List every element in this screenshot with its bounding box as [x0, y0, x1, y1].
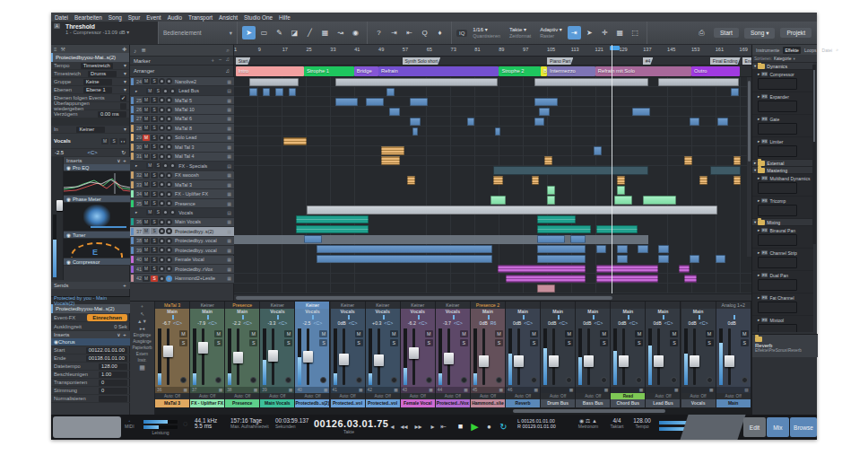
mixer-strip-presence[interactable]: PresenceMain-2.2<C>MS38▦Auto: OffPresenc… — [225, 302, 260, 408]
track-row[interactable]: 31MSMal Tal 4▦ — [130, 153, 234, 162]
strip-input-label[interactable] — [646, 302, 680, 309]
solo-button[interactable]: S — [151, 153, 158, 160]
solo-button[interactable]: S — [151, 116, 158, 122]
pin-icon[interactable]: ✚ — [122, 46, 126, 52]
folder-arrow-icon[interactable]: ▸ — [135, 89, 137, 93]
browser-fx-gate[interactable]: ▸FXGate — [752, 115, 813, 137]
record-arm-icon[interactable] — [166, 107, 172, 113]
grid-tool-icon[interactable]: ▦ — [318, 26, 332, 39]
track-row[interactable]: 32MSFX swoosh▦ — [130, 171, 234, 180]
audio-clip[interactable] — [594, 146, 602, 154]
bend-tool-icon[interactable]: ↝ — [334, 26, 347, 39]
strip-output-label[interactable]: Main — [681, 309, 716, 315]
macro-value[interactable]: -13.09 dB — [103, 30, 126, 35]
input-row[interactable]: InKeiner▾ — [51, 126, 129, 134]
pan-readout[interactable]: <C> — [559, 320, 568, 326]
mute-button[interactable]: M — [530, 330, 538, 337]
audio-clip[interactable] — [617, 176, 625, 184]
track-row[interactable]: 42MSHammond2+Leslie▦ — [130, 274, 234, 283]
forward-button[interactable]: ▸▸ — [412, 421, 424, 433]
automation-mode[interactable]: Auto: Off — [401, 393, 435, 399]
solo-button[interactable]: S — [151, 266, 158, 272]
strip-output-label[interactable]: Main — [155, 309, 189, 315]
audio-clip[interactable] — [617, 245, 628, 253]
event-field-transponieren[interactable]: Transponieren0 — [51, 379, 130, 387]
audio-clip[interactable] — [539, 108, 550, 116]
record-arm-icon[interactable] — [166, 238, 172, 244]
record-arm-icon[interactable] — [166, 144, 172, 150]
audio-clip[interactable] — [638, 245, 648, 253]
strip-name-tag[interactable]: Main Vocals — [260, 399, 294, 407]
monitor-icon[interactable] — [159, 116, 165, 122]
mute-button[interactable]: M — [143, 144, 150, 150]
track-row[interactable]: 37MSProtectedbyy..s(2)▦ — [130, 227, 234, 236]
mute-button[interactable]: M — [143, 238, 150, 244]
solo-button[interactable]: S — [706, 339, 714, 346]
quantize-icon[interactable]: Q — [418, 26, 431, 39]
monitor-icon[interactable] — [159, 266, 165, 272]
fader-handle[interactable] — [56, 200, 63, 211]
audio-clip[interactable] — [658, 78, 738, 86]
mixer-strip-bass-bus[interactable]: Main0dB<C>MS▦Auto: OffBass Bus — [576, 302, 611, 408]
track-name[interactable]: MaTal 5 — [173, 98, 224, 103]
automation-mode[interactable]: Auto: Off — [506, 393, 540, 399]
mute-button[interactable]: M — [355, 330, 363, 337]
pan-readout[interactable]: <C> — [419, 320, 428, 326]
mixer-strip-fx-uplifter-fx[interactable]: KeinerMain-7.9<C>MS37▦Auto: OffFX - Upli… — [190, 302, 225, 408]
record-arm-icon[interactable] — [166, 78, 172, 84]
monitor-knob[interactable] — [320, 377, 326, 383]
field-value[interactable]: 1.00 — [99, 372, 127, 378]
track-row[interactable]: 35MSPresence▦ — [130, 199, 234, 208]
track-row[interactable]: 34MSFX - Uplifter FX▦ — [130, 189, 234, 198]
mute-button[interactable]: M — [390, 330, 398, 337]
record-arm-icon[interactable] — [166, 200, 172, 206]
arranger-section[interactable]: Intro — [236, 66, 304, 76]
monitor-icon[interactable] — [162, 88, 169, 94]
event-field-beschleunigen[interactable]: Beschleunigen1.00 — [51, 371, 130, 379]
automation-mode[interactable]: Auto: Off — [331, 393, 365, 399]
browser-folder-dynamics[interactable]: ▾Dynamics — [752, 63, 813, 70]
automation-mode[interactable]: Auto: Off — [576, 393, 610, 399]
delay-row[interactable]: Verzögern0.00 ms — [51, 110, 129, 118]
remove-marker-icon[interactable]: − — [219, 57, 222, 65]
fader-handle[interactable] — [549, 355, 559, 367]
event-field-dateitempo[interactable]: Dateitempo128.00 — [51, 363, 130, 371]
solo-button[interactable]: S — [151, 107, 158, 113]
strip-name-tag[interactable]: Bass Bus — [576, 399, 610, 407]
strip-output-label[interactable]: Vocals — [260, 309, 294, 315]
audio-clip[interactable] — [534, 118, 545, 126]
channel-level[interactable]: -2.5 — [55, 150, 64, 155]
strip-name-tag[interactable]: Hammond..slie — [471, 399, 505, 407]
mute-button[interactable]: M — [101, 138, 108, 144]
record-arm-icon[interactable] — [166, 191, 172, 197]
solo-button[interactable]: S — [151, 97, 158, 103]
mute-button[interactable]: M — [495, 330, 503, 337]
track-row[interactable]: 27MSMaTal 6▦ — [130, 115, 234, 124]
mute-button[interactable]: M — [284, 330, 292, 337]
pan-readout[interactable]: R6 — [490, 320, 497, 326]
solo-button[interactable]: S — [600, 339, 608, 346]
insert-pro-eq[interactable]: ◉Pro EQ — [64, 164, 130, 171]
track-name[interactable]: Protectedby..rVox — [173, 267, 224, 272]
control-link[interactable]: Bedienelement▾ — [159, 22, 238, 44]
loop-button[interactable]: ↻ — [498, 421, 509, 433]
mixer-strip-hammond-slie[interactable]: Presence 2Main0dBR6MS45▦Auto: OffHammond… — [471, 302, 506, 408]
fader-handle[interactable] — [725, 355, 734, 367]
expand-icon[interactable]: ≣ — [141, 47, 145, 54]
mute-button[interactable]: M — [143, 276, 150, 282]
browser-folder-mixing[interactable]: ▾Mixing — [752, 219, 813, 226]
solo-button[interactable]: S — [151, 219, 158, 225]
solo-button[interactable]: S — [151, 181, 158, 188]
solo-button[interactable]: S — [110, 138, 117, 144]
browser-folder-external[interactable]: ▸External — [752, 160, 813, 167]
strip-volume-value[interactable]: -2.5<C> — [295, 319, 329, 327]
track-name[interactable]: Hammond2+Leslie — [173, 276, 224, 281]
fader-handle[interactable] — [444, 353, 454, 364]
track-name[interactable]: Nanolive2 — [173, 79, 224, 84]
menu-bearbeiten[interactable]: Bearbeiten — [74, 14, 102, 21]
cursor-tool-icon[interactable]: ➤ — [242, 26, 256, 39]
inspector-field-gruppe[interactable]: GruppeKeine▾ — [51, 78, 129, 86]
monitor-knob[interactable] — [636, 377, 642, 383]
track-name[interactable]: MaTal 6 — [173, 116, 224, 121]
monitor-icon[interactable] — [159, 97, 165, 103]
